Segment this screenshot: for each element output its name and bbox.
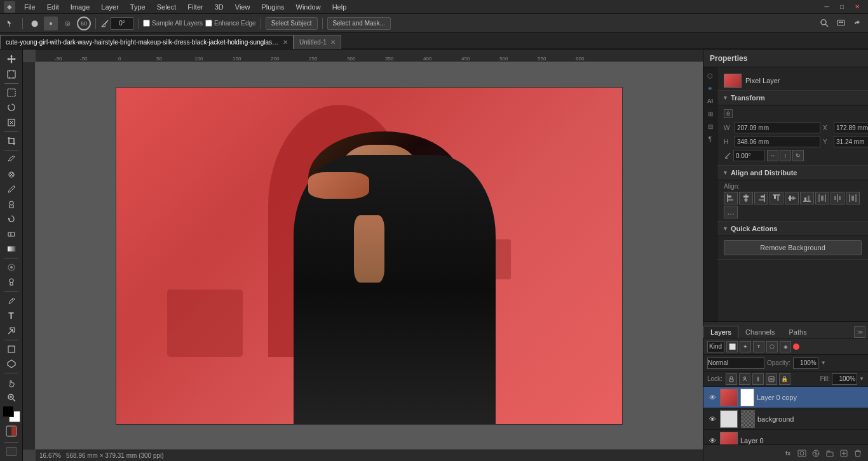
filter-pixel-button[interactable]: ⬜ [726,341,738,352]
align-center-h[interactable] [739,192,753,204]
history-brush-tool[interactable] [3,212,20,226]
menu-view[interactable]: View [230,2,255,12]
artboard-tool[interactable] [3,67,20,81]
menu-help[interactable]: Help [327,2,352,12]
menu-file[interactable]: File [19,2,41,12]
3d-material-tool[interactable] [3,357,20,371]
crop-tool[interactable] [3,134,20,148]
props-icon-ai[interactable]: AI [705,95,716,107]
quick-mask-button[interactable] [3,424,20,438]
new-layer-button[interactable] [837,448,850,459]
props-icon-2[interactable]: ≡ [705,83,716,94]
distribute-center-h[interactable] [831,192,844,204]
props-icon-5[interactable]: ¶ [705,133,716,145]
align-right-edges[interactable] [754,192,768,204]
screen-mode-button[interactable] [3,444,20,458]
delete-layer-button[interactable] [851,448,864,459]
move-tool[interactable] [3,52,20,66]
props-icon-4[interactable]: ⊟ [705,121,716,132]
lock-all-button[interactable]: 🔒 [779,373,790,385]
type-tool[interactable]: T [3,309,20,323]
distribute-left[interactable] [815,192,829,204]
lock-position-button[interactable] [752,373,764,385]
canvas-area[interactable]: -90 -50 0 50 100 150 200 250 300 350 400… [23,50,703,461]
menu-type[interactable]: Type [125,2,151,12]
flip-h-button[interactable]: ↔ [767,150,778,161]
blur-tool[interactable] [3,260,20,274]
layer-mask-button[interactable] [796,448,808,459]
menu-edit[interactable]: Edit [42,2,64,12]
filter-kind-select[interactable]: Kind [707,341,724,352]
minimize-button[interactable]: ─ [820,0,834,14]
align-center-v[interactable] [785,192,799,204]
layer-0-copy-visibility[interactable]: 👁 [707,392,717,403]
share-button[interactable] [850,17,864,30]
lock-artboard-button[interactable] [766,373,777,385]
sample-all-layers-checkbox[interactable]: Sample All Layers [143,20,203,27]
tab-untitled[interactable]: Untitled-1 ✕ [294,35,341,49]
rotate-button[interactable]: ↻ [792,150,804,161]
opacity-input[interactable] [793,357,818,369]
eraser-tool[interactable] [3,227,20,241]
lock-transparent-button[interactable] [726,373,737,385]
menu-window[interactable]: Window [291,2,326,12]
filter-shape-button[interactable]: ⬠ [766,341,778,352]
shape-tool[interactable] [3,342,20,356]
props-icon-3[interactable]: ⊞ [705,108,716,119]
menu-select[interactable]: Select [152,2,182,12]
menu-layer[interactable]: Layer [96,2,124,12]
fill-input[interactable] [832,373,857,385]
menu-filter[interactable]: Filter [182,2,208,12]
zoom-tool[interactable] [3,391,20,404]
menu-image[interactable]: Image [65,2,95,12]
layer-0-visibility[interactable]: 👁 [707,436,717,445]
color-swatch[interactable] [3,406,20,422]
width-input[interactable] [735,122,820,133]
object-selection-tool[interactable] [3,116,20,130]
maximize-button[interactable]: □ [835,0,849,14]
quick-actions-header[interactable]: ▼ Quick Actions [717,222,868,236]
props-icon-1[interactable]: ⬡ [705,70,716,81]
brush-mode-button[interactable]: ● [44,17,58,30]
hand-tool[interactable] [3,375,20,389]
workspace-button[interactable] [834,17,848,30]
angle-input-props[interactable] [733,150,765,161]
lasso-tool[interactable] [3,100,20,114]
selection-tool-button[interactable] [4,17,18,30]
select-subject-button[interactable]: Select Subject [266,17,318,30]
x-input[interactable] [834,122,868,133]
tab-main-file[interactable]: cute-young-girl-with-dark-wavy-hairstyle… [0,35,294,49]
healing-brush-tool[interactable] [3,168,20,182]
brush-options-button[interactable]: ⬤ [27,17,41,30]
transform-section-header[interactable]: ▼ Transform [717,91,868,105]
flip-v-button[interactable]: ↕ [780,150,791,161]
align-top-edges[interactable] [770,192,783,204]
brush-tool[interactable] [3,182,20,196]
layer-item-background[interactable]: 👁 background [703,408,868,430]
remove-background-button[interactable]: Remove Background [724,240,862,255]
canvas-image[interactable] [116,87,623,425]
search-button[interactable] [817,17,831,30]
close-button[interactable]: ✕ [850,0,864,14]
new-fill-layer-button[interactable] [810,448,822,459]
height-input[interactable] [735,136,820,147]
enhance-edge-checkbox[interactable]: Enhance Edge [205,20,256,27]
quick-selection-button[interactable]: ◎ [60,17,74,30]
path-selection-tool[interactable] [3,323,20,337]
layer-background-visibility[interactable]: 👁 [707,414,717,424]
layer-item-0[interactable]: 👁 Layer 0 [703,430,868,444]
align-bottom-edges[interactable] [800,192,814,204]
layer-fx-button[interactable]: fx [782,448,794,459]
filter-type-button[interactable]: T [753,341,764,352]
transform-link-icon[interactable] [724,109,733,118]
fill-dropdown-arrow[interactable]: ▼ [859,376,864,382]
select-mask-button[interactable]: Select and Mask... [327,17,391,30]
align-section-header[interactable]: ▼ Align and Distribute [717,166,868,180]
more-options[interactable]: … [724,206,738,218]
y-input[interactable] [834,136,868,147]
clone-stamp-tool[interactable] [3,197,20,211]
tab-channels[interactable]: Channels [738,326,782,338]
distribute-right[interactable] [846,192,860,204]
lock-image-button[interactable] [739,373,750,385]
rectangular-marquee-tool[interactable] [3,86,20,100]
